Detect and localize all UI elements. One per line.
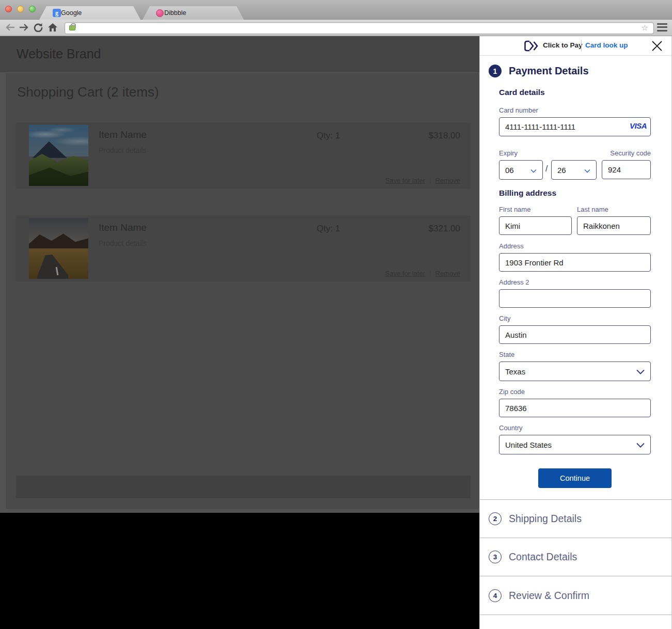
- remove-link[interactable]: Remove: [435, 177, 460, 184]
- expiry-month-select[interactable]: 06: [499, 160, 543, 180]
- shopping-cart-panel: Shopping Cart (2 items) Item Name Produc…: [5, 72, 479, 510]
- product-image-volcano: [29, 125, 88, 186]
- first-name-input[interactable]: [499, 216, 572, 235]
- step-4-label: Review & Confirm: [509, 590, 589, 602]
- click-to-pay-label: Click to Pay: [543, 41, 583, 49]
- https-lock-icon: [69, 25, 75, 30]
- address-label: Address: [499, 242, 524, 250]
- site-brand: Website Brand: [17, 46, 101, 61]
- site-header: Website Brand: [0, 36, 479, 72]
- item-name: Item Name: [99, 222, 147, 233]
- city-input[interactable]: [499, 325, 651, 344]
- last-name-label: Last name: [577, 206, 608, 213]
- step-2-badge: 2: [489, 512, 502, 525]
- state-select[interactable]: Texas: [499, 361, 651, 381]
- card-look-up-link[interactable]: Card look up: [585, 41, 628, 49]
- item-details: Product details: [99, 146, 147, 154]
- zip-code-label: Zip code: [499, 388, 525, 396]
- expiry-year-value: 26: [557, 166, 566, 175]
- cart-region: Shopping Cart (2 items) Item Name Produc…: [0, 72, 479, 513]
- cart-item: Item Name Product details Qty: 1 $318.00…: [16, 122, 471, 188]
- country-select[interactable]: United States: [499, 435, 651, 454]
- chevron-down-icon: [636, 441, 645, 449]
- remove-link[interactable]: Remove: [435, 270, 460, 277]
- expiry-year-select[interactable]: 26: [551, 160, 597, 180]
- step-1-badge: 1: [489, 65, 502, 77]
- back-button[interactable]: [4, 21, 17, 34]
- item-price: $318.00: [429, 131, 460, 141]
- step-4-badge: 4: [489, 589, 502, 602]
- close-icon[interactable]: [651, 40, 663, 52]
- step-1-title: Payment Details: [509, 65, 589, 77]
- home-button[interactable]: [46, 21, 59, 34]
- state-value: Texas: [505, 367, 525, 376]
- chevron-down-icon: [530, 166, 537, 175]
- zoom-window-button[interactable]: [29, 6, 36, 12]
- tab-dribbble[interactable]: Dibbble: [143, 6, 244, 20]
- google-favicon-icon: g: [53, 9, 61, 17]
- card-details-heading: Card details: [499, 88, 545, 97]
- close-window-button[interactable]: [5, 6, 12, 12]
- cart-title: Shopping Cart (2 items): [17, 84, 159, 100]
- address-bar[interactable]: ☆: [65, 22, 654, 34]
- security-code-input[interactable]: [602, 160, 651, 179]
- expiry-month-value: 06: [505, 166, 514, 175]
- click-to-pay-icon: [523, 40, 541, 54]
- visa-logo: VISA: [630, 121, 647, 130]
- browser-menu-icon[interactable]: [657, 23, 667, 32]
- step-4-review-confirm[interactable]: 4 Review & Confirm: [480, 576, 671, 615]
- checkout-panel: Click to Pay Card look up 1 Payment Deta…: [479, 36, 672, 629]
- step-3-contact-details[interactable]: 3 Contact Details: [480, 538, 671, 576]
- state-label: State: [499, 351, 514, 358]
- item-price: $321.00: [429, 224, 460, 234]
- billing-address-heading: Billing address: [499, 188, 556, 198]
- cart-item: Item Name Product details Qty: 1 $321.00…: [16, 215, 471, 281]
- dribbble-favicon-icon: [156, 9, 164, 17]
- city-label: City: [499, 314, 510, 322]
- card-number-label: Card number: [499, 106, 538, 114]
- first-name-label: First name: [499, 206, 530, 213]
- item-actions: Save for later|Remove: [385, 177, 460, 184]
- screen: g Google Dibbble ☆ Website Brand: [0, 0, 672, 629]
- expiry-label: Expiry: [499, 149, 518, 157]
- save-for-later-link[interactable]: Save for later: [385, 270, 425, 277]
- link-separator: |: [429, 270, 431, 277]
- page-bottom-void: [0, 513, 479, 629]
- browser-tab-bar: g Google Dibbble: [0, 0, 672, 20]
- security-code-label: Security code: [602, 149, 651, 157]
- card-number-input[interactable]: [499, 117, 651, 136]
- step-3-badge: 3: [489, 551, 502, 563]
- item-details: Product details: [99, 239, 147, 247]
- step-1-header: 1 Payment Details: [489, 65, 589, 77]
- step-3-label: Contact Details: [509, 551, 577, 563]
- expiry-slash: /: [545, 164, 548, 174]
- product-image-road: [29, 218, 88, 279]
- save-for-later-link[interactable]: Save for later: [385, 177, 425, 184]
- chevron-down-icon: [584, 166, 590, 175]
- address2-input[interactable]: [499, 289, 651, 308]
- chevron-down-icon: [636, 367, 645, 376]
- link-separator: |: [429, 177, 431, 184]
- item-name: Item Name: [99, 129, 147, 140]
- header-divider: [581, 40, 582, 51]
- country-label: Country: [499, 424, 523, 432]
- item-actions: Save for later|Remove: [385, 270, 460, 277]
- step-2-shipping-details[interactable]: 2 Shipping Details: [480, 499, 671, 538]
- tab-google[interactable]: g Google: [39, 6, 140, 20]
- address2-label: Address 2: [499, 278, 529, 286]
- country-value: United States: [505, 441, 552, 449]
- item-quantity: Qty: 1: [317, 224, 340, 234]
- item-quantity: Qty: 1: [317, 131, 340, 141]
- reload-button[interactable]: [32, 21, 44, 34]
- zip-code-input[interactable]: [499, 399, 651, 417]
- checkout-panel-header: Click to Pay Card look up: [480, 36, 671, 56]
- cart-footer-bar: [16, 476, 471, 498]
- address-input[interactable]: [499, 253, 651, 272]
- continue-button[interactable]: Continue: [538, 468, 612, 488]
- minimize-window-button[interactable]: [17, 6, 24, 12]
- last-name-input[interactable]: [577, 216, 651, 235]
- browser-toolbar: ☆: [0, 20, 672, 36]
- bookmark-star-icon[interactable]: ☆: [642, 23, 648, 33]
- forward-button[interactable]: [18, 21, 30, 34]
- step-2-label: Shipping Details: [509, 513, 582, 525]
